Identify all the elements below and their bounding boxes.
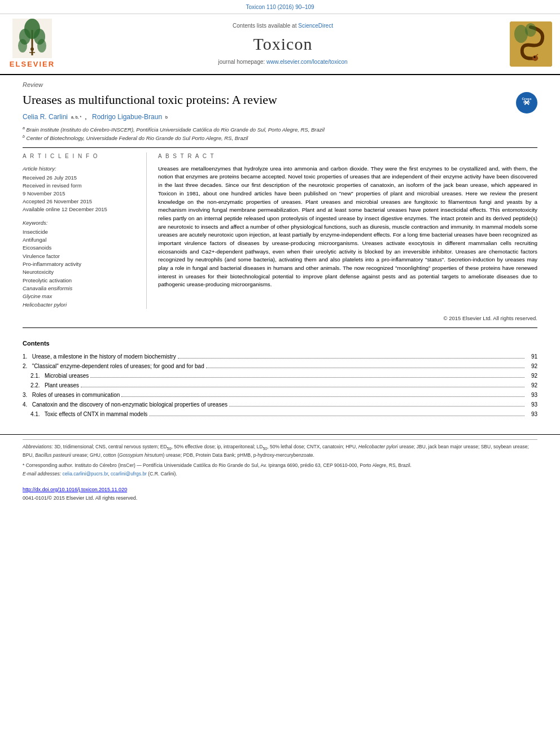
journal-info-center: Contents lists available at ScienceDirec… bbox=[63, 19, 502, 69]
accepted-date: Accepted 26 November 2015 bbox=[23, 198, 138, 205]
sciencedirect-link[interactable]: ScienceDirect bbox=[298, 23, 333, 29]
footnotes-section: Abbreviations: 3D, tridimensional; CNS, … bbox=[0, 434, 560, 484]
keywords-section: Keywords: Insecticide Antifungal Eicosan… bbox=[23, 219, 138, 308]
doi-link[interactable]: http://dx.doi.org/10.1016/j.toxicon.2015… bbox=[23, 487, 127, 492]
authors-line: Celia R. Carlini a, b, * , Rodrigo Ligab… bbox=[23, 112, 516, 122]
kw-helico: Helicobacter pylori bbox=[23, 301, 138, 308]
footnotes-rule bbox=[23, 439, 537, 440]
kw-glycine: Glycine max bbox=[23, 292, 138, 300]
svg-point-12 bbox=[533, 56, 535, 58]
snake-icon bbox=[510, 21, 552, 67]
toxicon-logo-right bbox=[508, 19, 553, 69]
article-info-column: A R T I C L E I N F O Article history: R… bbox=[23, 152, 147, 309]
sciencedirect-line: Contents lists available at ScienceDirec… bbox=[233, 22, 333, 30]
author-1: Celia R. Carlini bbox=[23, 112, 68, 122]
elsevier-logo: ELSEVIER bbox=[7, 19, 58, 69]
toxicon-image bbox=[510, 21, 552, 67]
svg-point-7 bbox=[30, 47, 34, 51]
email-line: E-mail addresses: celia.carlini@pucrs.br… bbox=[23, 470, 537, 478]
revised-date: Received in revised form9 November 2015 bbox=[23, 182, 138, 197]
header-divider bbox=[23, 147, 537, 148]
corresponding-author: * Corresponding author. Instituto do Cér… bbox=[23, 462, 537, 469]
citation-bar: Toxicon 110 (2016) 90–109 bbox=[0, 0, 560, 14]
abstract-text: Ureases are metalloenzymes that hydrolyz… bbox=[158, 165, 537, 289]
elsevier-tree-icon bbox=[12, 19, 52, 58]
toc-item-1: 1. Urease, a milestone in the history of… bbox=[23, 353, 537, 361]
article-info-heading: A R T I C L E I N F O bbox=[23, 152, 138, 160]
homepage-link[interactable]: www.elsevier.com/locate/toxicon bbox=[266, 59, 347, 65]
crossmark-icon: ✕ Cross Mark bbox=[516, 92, 537, 113]
contents-section: Contents 1. Urease, a milestone in the h… bbox=[0, 334, 560, 425]
mid-divider bbox=[23, 327, 537, 328]
available-date: Available online 12 December 2015 bbox=[23, 206, 138, 213]
kw-eicosanoids: Eicosanoids bbox=[23, 244, 138, 251]
svg-text:Mark: Mark bbox=[523, 101, 530, 104]
abstract-column: A B S T R A C T Ureases are metalloenzym… bbox=[158, 152, 537, 309]
svg-point-5 bbox=[18, 39, 27, 53]
kw-insecticide: Insecticide bbox=[23, 228, 138, 235]
article-type-label: Review bbox=[23, 81, 537, 89]
doi-line: http://dx.doi.org/10.1016/j.toxicon.2015… bbox=[0, 484, 560, 493]
article-history: Article history: Received 26 July 2015 R… bbox=[23, 165, 138, 213]
kw-antifungal: Antifungal bbox=[23, 236, 138, 243]
contents-title: Contents bbox=[23, 339, 537, 348]
kw-proteolytic: Proteolytic activation bbox=[23, 277, 138, 284]
abbreviations-line: Abbreviations: 3D, tridimensional; CNS, … bbox=[23, 443, 537, 459]
author-2: Rodrigo Ligabue-Braun bbox=[92, 112, 162, 122]
toc-item-2-2: 2.2. Plant ureases 92 bbox=[23, 382, 537, 390]
svg-point-6 bbox=[37, 39, 46, 53]
received-date: Received 26 July 2015 bbox=[23, 174, 138, 181]
article-title: Ureases as multifunctional toxic protein… bbox=[23, 92, 516, 108]
toc-item-2: 2. "Classical" enzyme-dependent roles of… bbox=[23, 362, 537, 370]
article-header: Review Ureases as multifunctional toxic … bbox=[0, 75, 560, 148]
toc-item-4-1: 4.1. Toxic effects of CNTX in mammal mod… bbox=[23, 410, 537, 418]
kw-neurotox: Neurotoxicity bbox=[23, 268, 138, 276]
citation-text: Toxicon 110 (2016) 90–109 bbox=[246, 4, 314, 10]
history-label: Article history: bbox=[23, 165, 138, 172]
journal-header: ELSEVIER Contents lists available at Sci… bbox=[0, 14, 560, 75]
toc-item-4: 4. Canatoxin and the discovery of non-en… bbox=[23, 401, 537, 409]
kw-proinflamm: Pro-inflammatory activity bbox=[23, 260, 138, 268]
article-body: A R T I C L E I N F O Article history: R… bbox=[0, 152, 560, 309]
email-1[interactable]: celia.carlini@pucrs.br bbox=[62, 471, 108, 477]
affiliation-1: a Brain Institute (Instituto do Cérebro-… bbox=[23, 125, 537, 134]
abbreviations-label: Abbreviations: bbox=[23, 444, 54, 449]
svg-point-14 bbox=[525, 23, 536, 37]
crossmark-badge: ✕ Cross Mark bbox=[516, 92, 537, 113]
copyright-line: © 2015 Elsevier Ltd. All rights reserved… bbox=[0, 314, 560, 322]
abstract-heading: A B S T R A C T bbox=[158, 152, 537, 160]
email-2[interactable]: ccarlini@ufrgs.br bbox=[111, 471, 147, 477]
journal-title: Toxicon bbox=[253, 32, 313, 56]
elsevier-text: ELSEVIER bbox=[10, 59, 55, 69]
affiliation-2: b Center of Biotechnology, Universidade … bbox=[23, 134, 537, 142]
kw-canavalia: Canavalia ensiformis bbox=[23, 285, 138, 292]
journal-homepage: journal homepage: www.elsevier.com/locat… bbox=[218, 58, 347, 66]
toc-item-3: 3. Roles of ureases in communication 93 bbox=[23, 391, 537, 399]
issn-line: 0041-0101/© 2015 Elsevier Ltd. All right… bbox=[0, 493, 560, 503]
abbreviations-text: 3D, tridimensional; CNS, central nervous… bbox=[23, 444, 529, 458]
affiliations: a Brain Institute (Instituto do Cérebro-… bbox=[23, 125, 537, 143]
kw-virulence: Virulence factor bbox=[23, 252, 138, 260]
crossmark-svg: ✕ Cross Mark bbox=[518, 94, 535, 111]
toc-item-2-1: 2.1. Microbial ureases 92 bbox=[23, 372, 537, 380]
keywords-label: Keywords: bbox=[23, 219, 138, 226]
